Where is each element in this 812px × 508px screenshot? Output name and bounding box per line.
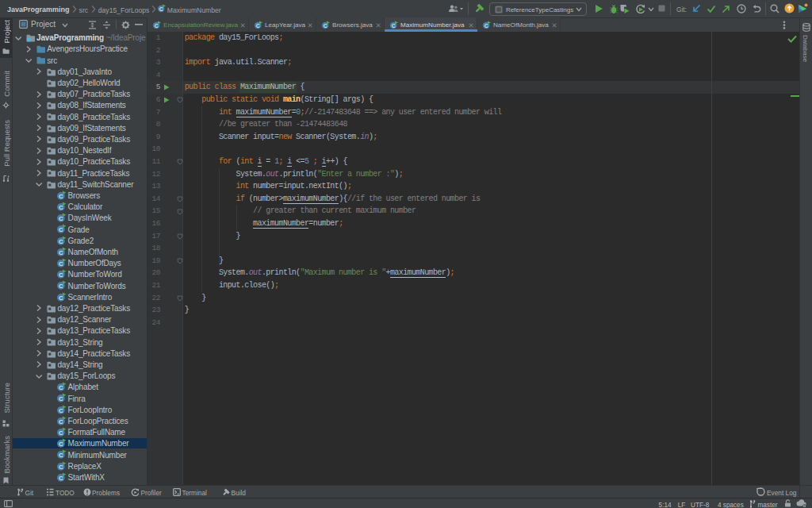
svg-text:C: C bbox=[392, 22, 396, 28]
svg-text:C: C bbox=[155, 22, 159, 28]
svg-text:C: C bbox=[324, 22, 327, 28]
svg-text:C: C bbox=[159, 6, 163, 12]
svg-text:C: C bbox=[485, 22, 488, 28]
svg-text:C: C bbox=[256, 22, 260, 28]
